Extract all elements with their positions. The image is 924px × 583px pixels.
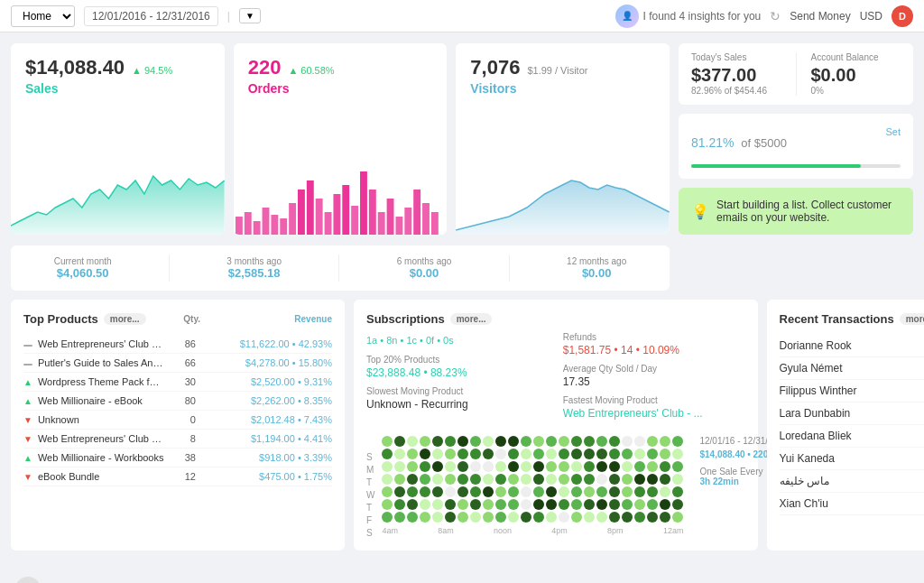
period-divider-1 [169, 254, 170, 282]
heatmap-cell [533, 436, 544, 447]
date-chevron[interactable]: ▼ [239, 8, 261, 23]
orders-card: 220 ▲ 60.58% Orders [234, 43, 448, 235]
heatmap-cell [483, 474, 494, 485]
slowest-value: Unknown - Recurring [366, 398, 549, 411]
list-item: Yui Kaneda $247.00 [780, 448, 924, 470]
mini-stat-divider [796, 52, 797, 96]
heatmap-cell [596, 461, 607, 472]
heatmap-cell [647, 512, 658, 523]
heatmap-cell [546, 499, 557, 510]
heatmap-cell [571, 474, 582, 485]
heatmap-cell [596, 474, 607, 485]
svg-rect-9 [315, 199, 322, 235]
heatmap-cell [495, 512, 506, 523]
svg-rect-10 [324, 212, 331, 235]
qty-header: Qty. [164, 314, 200, 324]
table-row: ▲ Wordpress Theme Pack for We... 30 $2,5… [23, 373, 332, 392]
transactions-more[interactable]: more... [900, 313, 924, 325]
top20-label: Top 20% Products [366, 355, 549, 365]
send-money-button[interactable]: Send Money [790, 10, 850, 23]
heatmap-cell [584, 474, 595, 485]
heatmap-cell [382, 449, 393, 459]
heatmap-cell [622, 461, 633, 472]
heatmap-time-labels: 4am 8am noon 4pm 8pm 12am [382, 526, 683, 535]
heatmap-cell [508, 512, 519, 523]
insights-text: I found 4 insights for you [643, 10, 762, 23]
table-row: ▼ Web Entrepreneurs' Club Prem... 8 $1,1… [23, 430, 332, 449]
home-select[interactable]: Home [11, 5, 75, 27]
date-divider: | [227, 10, 230, 23]
heatmap-cell [634, 486, 645, 497]
heatmap-cell [609, 436, 620, 447]
heatmap-cell [609, 512, 620, 523]
svg-rect-15 [369, 190, 376, 235]
visitors-card: 7,076 $1.99 / Visitor Visitors [456, 43, 670, 235]
heatmap-cell [432, 499, 443, 510]
heatmap-cell [445, 461, 456, 472]
heatmap-cell [445, 486, 456, 497]
heatmap-cell [521, 486, 531, 497]
period-12months: 12 months ago $0.00 [567, 256, 626, 280]
product-qty: 12 [164, 471, 196, 482]
user-avatar-small: 👤 [615, 5, 639, 28]
svg-rect-6 [289, 203, 296, 235]
heatmap-cell [559, 512, 569, 523]
heatmap-cell [660, 499, 670, 510]
visitors-sub: $1.99 / Visitor [527, 65, 587, 76]
heatmap-cell [508, 486, 519, 497]
heatmap-cell [457, 474, 468, 485]
heatmap-cell [382, 486, 393, 497]
heatmap-cell [647, 474, 658, 485]
heatmap-cell [445, 449, 456, 459]
svg-rect-22 [431, 212, 439, 235]
heatmap-cell [647, 461, 658, 472]
heatmap-cell [495, 499, 506, 510]
goal-card: 81.21% of $5000 Set [679, 114, 913, 179]
heatmap-grid-inner [382, 436, 683, 523]
heatmap-cell [546, 474, 557, 485]
heatmap-cell [420, 436, 430, 447]
heatmap-day-labels: S M T W T F S [366, 452, 374, 538]
top-products-more[interactable]: more... [104, 313, 146, 325]
period-right-spacer [679, 245, 913, 291]
heatmap-cell [647, 499, 658, 510]
refresh-icon[interactable]: ↻ [770, 9, 781, 23]
heatmap-cell [457, 512, 468, 523]
heatmap-cell [495, 436, 506, 447]
footer: ⚙ NUMBER CRUNCHING DONE WITH CARE BY PUT… [0, 561, 924, 583]
mini-stat-card: Today's Sales $377.00 82.96% of $454.46 … [679, 43, 913, 105]
recent-transactions-title: Recent Transactions more... [780, 312, 924, 326]
heatmap-cell [420, 474, 430, 485]
heatmap-cell [609, 461, 620, 472]
heatmap-cell [432, 474, 443, 485]
heatmap-cell [457, 499, 468, 510]
list-item: Filippus Winther $69.00 [780, 380, 924, 403]
heatmap-cell [470, 461, 481, 472]
product-indicator: ▼ [23, 434, 32, 444]
heatmap-cell [546, 512, 557, 523]
trans-name: ماس خليفه [780, 475, 829, 487]
orders-value: 220 [248, 56, 282, 79]
user-avatar[interactable]: D [892, 5, 913, 27]
product-qty: 80 [164, 395, 196, 406]
heatmap-cell [407, 486, 418, 497]
slowest-label: Slowest Moving Product [366, 386, 549, 396]
heatmap-row [382, 449, 683, 459]
svg-rect-3 [262, 208, 269, 235]
currency-label: USD [860, 10, 882, 23]
heatmap-cell [382, 436, 393, 447]
heatmap-cell [445, 474, 456, 485]
heatmap-cell [483, 449, 494, 459]
heatmap-cell [660, 474, 670, 485]
heatmap-cell [382, 474, 393, 485]
refunds-row: Refunds $1,581.75 • 14 • 10.09% [563, 332, 745, 356]
visitors-value: 7,076 [470, 56, 520, 79]
subs-more[interactable]: more... [450, 313, 493, 325]
goal-set-button[interactable]: Set [885, 126, 901, 137]
heatmap-cell [521, 474, 531, 485]
account-balance-sub: 0% [811, 86, 901, 96]
heatmap-cell [407, 512, 418, 523]
product-name: Web Entrepreneurs' Club Prem... [38, 433, 164, 444]
heatmap-cell [596, 486, 607, 497]
promo-card: 💡 Start building a list. Collect custome… [679, 188, 913, 235]
